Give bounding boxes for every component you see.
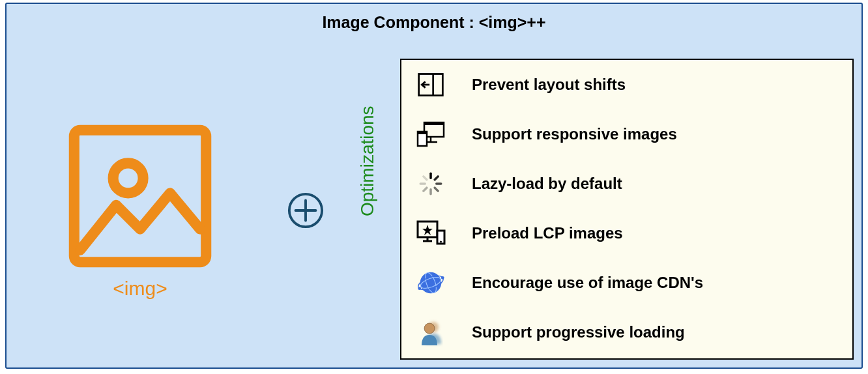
responsive-devices-icon [412, 115, 450, 153]
svg-line-15 [435, 177, 438, 180]
optimization-item: Preload LCP images [401, 209, 852, 258]
optimization-label: Preload LCP images [472, 224, 623, 242]
svg-rect-11 [418, 132, 427, 134]
svg-rect-9 [424, 122, 444, 125]
optimization-label: Prevent layout shifts [472, 76, 626, 94]
preload-lcp-icon [412, 214, 450, 252]
svg-point-32 [418, 287, 421, 290]
image-placeholder-icon [65, 262, 215, 273]
svg-point-27 [440, 241, 442, 243]
globe-cdn-icon [412, 264, 450, 302]
optimization-item: Support responsive images [401, 109, 852, 159]
svg-marker-23 [422, 225, 433, 235]
plus-circle-icon [287, 220, 325, 231]
optimization-label: Support responsive images [472, 125, 677, 143]
optimizations-label: Optimizations [357, 106, 378, 216]
optimization-item: Encourage use of image CDN's [401, 258, 852, 308]
diagram-canvas: Image Component : <img>++ <img> Optim [0, 0, 868, 374]
progressive-loading-icon [412, 313, 450, 351]
svg-rect-0 [74, 130, 206, 262]
img-tag-label: <img> [59, 278, 222, 300]
layout-shift-icon [412, 66, 450, 104]
svg-point-1 [113, 163, 143, 193]
optimization-label: Lazy-load by default [472, 175, 622, 193]
optimizations-box: Prevent layout shifts Support responsive… [400, 59, 854, 360]
loading-spinner-icon [412, 165, 450, 203]
image-tag-section: <img> [59, 121, 222, 300]
optimization-item: Support progressive loading [401, 308, 852, 357]
svg-point-28 [420, 272, 442, 294]
optimization-item: Prevent layout shifts [401, 60, 852, 109]
svg-line-21 [424, 177, 427, 180]
optimization-item: Lazy-load by default [401, 159, 852, 209]
svg-line-19 [424, 188, 427, 191]
svg-line-17 [435, 188, 438, 191]
optimization-label: Encourage use of image CDN's [472, 274, 703, 292]
optimization-label: Support progressive loading [472, 323, 685, 341]
plus-symbol [287, 192, 325, 232]
main-container: Image Component : <img>++ <img> Optim [5, 3, 863, 369]
diagram-title: Image Component : <img>++ [7, 13, 861, 32]
svg-point-33 [441, 276, 444, 280]
